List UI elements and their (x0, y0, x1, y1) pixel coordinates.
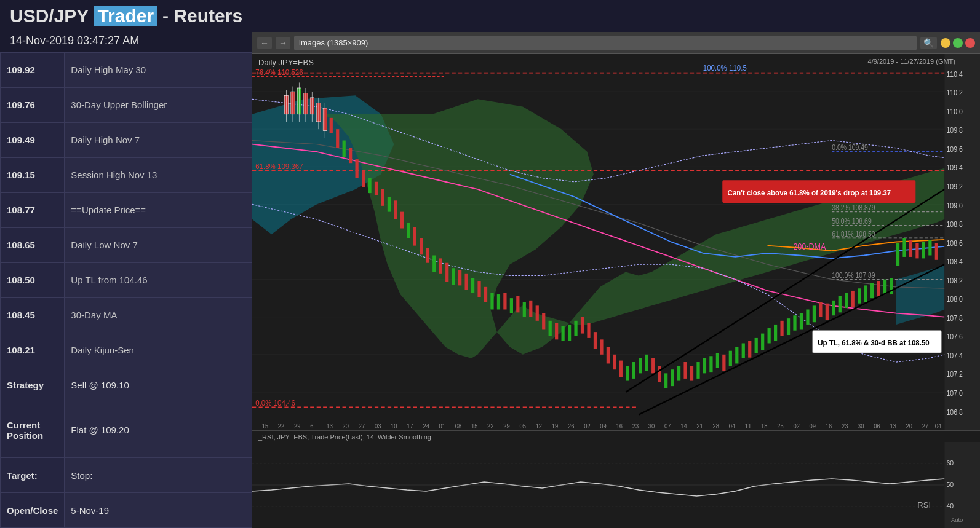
svg-rect-73 (568, 325, 571, 341)
svg-rect-100 (742, 343, 745, 358)
svg-rect-109 (800, 313, 803, 330)
desc-cell: Daily Kijun-Sen (65, 333, 252, 368)
svg-rect-63 (503, 293, 506, 310)
svg-rect-50 (420, 238, 423, 254)
svg-text:07: 07 (664, 422, 671, 430)
price-cell: 108.65 (1, 227, 65, 262)
svg-text:109.8: 109.8 (947, 127, 963, 135)
app-header: USD/JPY Trader - Reuters (0, 0, 980, 32)
svg-rect-42 (368, 178, 371, 193)
svg-rect-70 (549, 321, 552, 336)
svg-rect-69 (542, 313, 545, 330)
svg-text:109.0: 109.0 (947, 202, 963, 210)
svg-text:Auto: Auto (951, 517, 963, 523)
svg-rect-121 (877, 281, 880, 297)
title-rest: - Reuters (162, 6, 242, 26)
target-stop-row: Target: Stop: (1, 458, 252, 493)
svg-text:29: 29 (294, 422, 301, 430)
svg-rect-62 (497, 294, 500, 309)
svg-rect-51 (426, 248, 429, 262)
svg-text:107.4: 107.4 (947, 352, 963, 360)
svg-text:01: 01 (439, 422, 446, 430)
title-trader: Trader (94, 6, 157, 26)
svg-rect-126 (909, 240, 912, 257)
rsi-svg: 60 50 40 Auto (252, 442, 980, 528)
svg-rect-48 (407, 223, 410, 238)
svg-rect-61 (490, 293, 493, 310)
svg-rect-128 (922, 242, 925, 259)
svg-text:13: 13 (326, 422, 333, 430)
strategy-row: Strategy Sell @ 109.10 (1, 368, 252, 403)
close-button[interactable] (965, 38, 975, 48)
search-icon[interactable]: 🔍 (920, 37, 937, 49)
svg-rect-79 (607, 347, 610, 364)
price-cell: 109.76 (1, 87, 65, 122)
svg-text:14: 14 (680, 422, 687, 430)
chart-title: Daily JPY=EBS (258, 58, 314, 67)
svg-text:11: 11 (745, 422, 752, 430)
rsi-panel: _RSI, JPY=EBS, Trade Price(Last), 14, Wi… (252, 430, 980, 528)
svg-rect-116 (845, 293, 848, 308)
svg-rect-38 (343, 141, 346, 157)
svg-text:10: 10 (391, 422, 397, 430)
svg-text:19: 19 (552, 422, 559, 430)
svg-rect-110 (806, 309, 809, 324)
svg-rect-83 (632, 362, 635, 379)
svg-rect-92 (690, 366, 693, 380)
svg-text:108.4: 108.4 (947, 258, 963, 266)
svg-rect-127 (915, 243, 918, 258)
svg-text:13: 13 (890, 422, 896, 430)
svg-rect-102 (755, 338, 758, 353)
svg-text:15: 15 (471, 422, 478, 430)
main-layout: 14-Nov-2019 03:47:27 AM 109.92Daily High… (0, 32, 980, 528)
svg-text:22: 22 (487, 422, 494, 430)
datetime-display: 14-Nov-2019 03:47:27 AM (0, 32, 252, 52)
nav-forward[interactable]: → (276, 37, 290, 49)
svg-rect-90 (677, 366, 680, 380)
svg-rect-91 (683, 362, 687, 379)
desc-cell: Daily High Nov 7 (65, 122, 252, 157)
svg-rect-105 (774, 325, 777, 341)
svg-rect-111 (813, 305, 816, 322)
svg-rect-36 (330, 118, 333, 133)
svg-text:25: 25 (777, 422, 784, 430)
svg-rect-120 (870, 283, 874, 298)
svg-rect-56 (458, 270, 461, 285)
svg-text:02: 02 (793, 422, 800, 430)
svg-rect-43 (375, 182, 378, 195)
nav-back[interactable]: ← (257, 37, 272, 49)
svg-text:20: 20 (906, 422, 913, 430)
svg-text:110.4: 110.4 (947, 70, 963, 78)
svg-text:107.8: 107.8 (947, 314, 963, 322)
svg-rect-97 (722, 355, 725, 371)
table-row: 108.65Daily Low Nov 7 (1, 227, 252, 262)
svg-text:16: 16 (826, 422, 832, 430)
svg-rect-106 (780, 321, 783, 336)
desc-cell: ==Update Price== (65, 192, 252, 227)
svg-rect-45 (388, 197, 391, 211)
svg-text:29: 29 (503, 422, 510, 430)
svg-text:106.8: 106.8 (947, 408, 963, 416)
svg-text:04: 04 (729, 422, 736, 430)
svg-text:18: 18 (761, 422, 768, 430)
minimize-button[interactable] (941, 38, 950, 48)
svg-text:6: 6 (310, 422, 314, 430)
svg-rect-59 (477, 281, 480, 297)
price-cell: 108.77 (1, 192, 65, 227)
price-table: 109.92Daily High May 30109.7630-Day Uppe… (0, 52, 252, 528)
svg-rect-112 (819, 302, 822, 317)
svg-text:06: 06 (874, 422, 880, 430)
svg-text:109.6: 109.6 (947, 145, 963, 153)
svg-rect-95 (709, 356, 712, 372)
maximize-button[interactable] (953, 38, 963, 48)
svg-text:100.0%  110.5: 100.0% 110.5 (703, 63, 747, 73)
url-bar[interactable]: images (1385×909) (294, 36, 917, 50)
svg-rect-130 (935, 243, 938, 260)
svg-text:28: 28 (713, 422, 720, 430)
desc-cell: 30-Day MA (65, 297, 252, 333)
table-row: 108.21Daily Kijun-Sen (1, 333, 252, 368)
desc-cell: Daily Low Nov 7 (65, 227, 252, 262)
svg-text:23: 23 (842, 422, 848, 430)
svg-text:Up TL, 61.8% & 30-d BB at 108.: Up TL, 61.8% & 30-d BB at 108.50 (818, 338, 930, 347)
strategy-label: Strategy (1, 368, 65, 403)
